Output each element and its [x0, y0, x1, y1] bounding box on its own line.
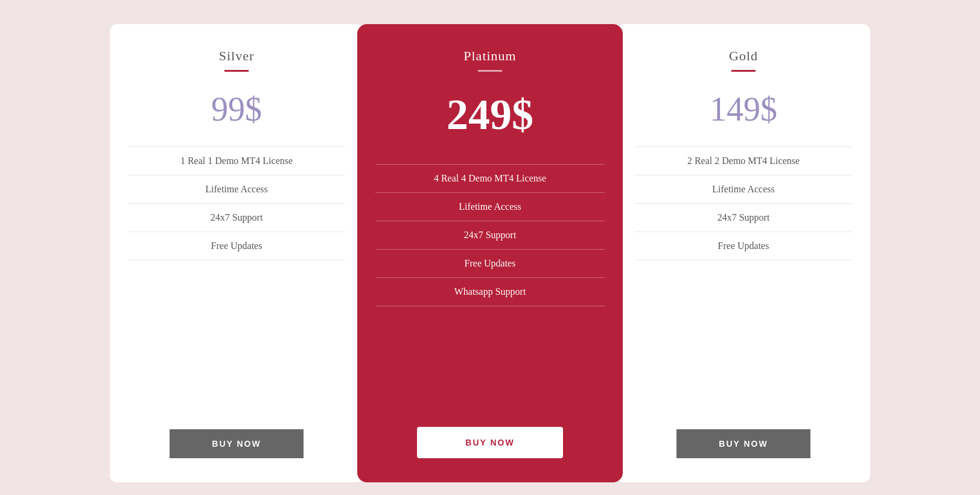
list-item: Free Updates	[128, 232, 345, 260]
pricing-section: Silver 99$ 1 Real 1 Demo MT4 License Lif…	[0, 0, 980, 495]
list-item: Lifetime Access	[128, 175, 345, 204]
buy-now-button-gold[interactable]: BUY NOW	[676, 429, 810, 458]
plan-name-silver: Silver	[219, 48, 255, 64]
list-item: Lifetime Access	[635, 175, 852, 204]
plan-card-silver: Silver 99$ 1 Real 1 Demo MT4 License Lif…	[110, 24, 363, 482]
buy-now-button-platinum[interactable]: BUY NOW	[417, 427, 562, 458]
features-list-gold: 2 Real 2 Demo MT4 License Lifetime Acces…	[635, 147, 852, 405]
plan-price-platinum: 249$	[447, 90, 533, 140]
plan-divider-silver	[224, 70, 249, 72]
list-item: Whatsapp Support	[375, 278, 605, 306]
plan-card-gold: Gold 149$ 2 Real 2 Demo MT4 License Life…	[617, 24, 870, 482]
plan-name-platinum: Platinum	[463, 48, 516, 64]
plan-divider-gold	[731, 70, 756, 72]
features-list-platinum: 4 Real 4 Demo MT4 License Lifetime Acces…	[375, 164, 605, 403]
plan-price-gold: 149$	[710, 90, 777, 128]
plan-name-gold: Gold	[729, 48, 758, 64]
list-item: 24x7 Support	[128, 204, 345, 232]
list-item: 1 Real 1 Demo MT4 License	[128, 147, 345, 175]
plan-divider-platinum	[478, 70, 502, 72]
list-item: Lifetime Access	[375, 193, 605, 221]
features-list-silver: 1 Real 1 Demo MT4 License Lifetime Acces…	[128, 147, 345, 405]
buy-now-button-silver[interactable]: BUY NOW	[170, 429, 303, 458]
list-item: Free Updates	[635, 232, 852, 260]
plan-price-silver: 99$	[211, 90, 262, 128]
list-item: Free Updates	[375, 250, 605, 278]
list-item: 4 Real 4 Demo MT4 License	[375, 164, 605, 193]
list-item: 24x7 Support	[635, 204, 852, 232]
plan-card-platinum: Platinum 249$ 4 Real 4 Demo MT4 License …	[357, 24, 623, 482]
list-item: 2 Real 2 Demo MT4 License	[635, 147, 852, 175]
list-item: 24x7 Support	[375, 221, 605, 250]
